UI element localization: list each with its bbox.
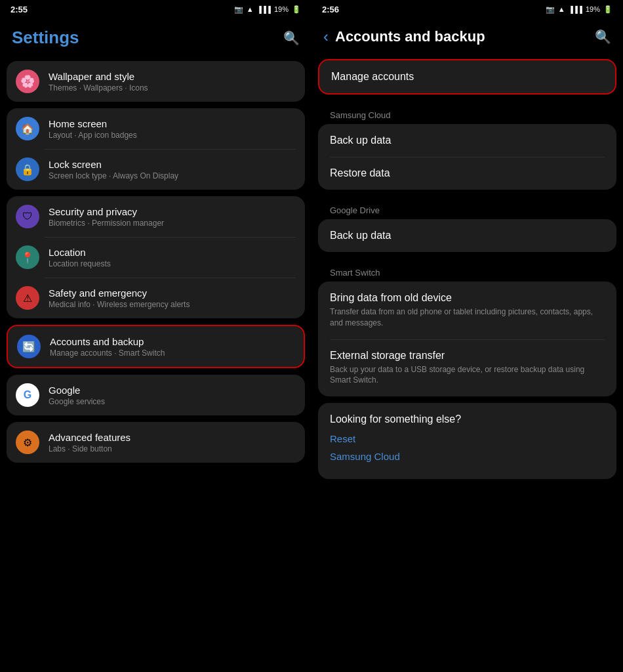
external-storage-title: External storage transfer — [330, 350, 605, 362]
card-homelock: 🏠 Home screen Layout · App icon badges 🔒… — [7, 108, 305, 190]
wallpaper-icon: 🌸 — [16, 70, 39, 93]
signal-icon: ▐▐▐ — [257, 6, 271, 13]
card-looking: Looking for something else? Reset Samsun… — [318, 403, 616, 479]
bring-data-title: Bring data from old device — [330, 292, 605, 304]
item-manage-accounts[interactable]: Manage accounts — [319, 60, 615, 93]
security-subtitle: Biometrics · Permission manager — [49, 219, 296, 228]
samsung-cloud-label: Samsung Cloud — [318, 101, 616, 124]
right-phone-panel: 2:56 📷 ▲ ▐▐▐ 19% 🔋 ‹ Accounts and backup… — [312, 0, 623, 672]
card-smart-switch: Bring data from old device Transfer data… — [318, 282, 616, 396]
homescreen-subtitle: Layout · App icon badges — [49, 131, 296, 140]
right-status-icons: 📷 ▲ ▐▐▐ 19% 🔋 — [546, 5, 613, 14]
left-time: 2:55 — [10, 5, 28, 14]
accounts-title: Accounts and backup — [50, 336, 294, 347]
right-signal-icon: ▐▐▐ — [569, 6, 582, 13]
accounts-icon: 🔄 — [17, 335, 41, 358]
advanced-title: Advanced features — [49, 432, 296, 443]
safety-icon: ⚠ — [16, 286, 39, 310]
card-security-group: 🛡 Security and privacy Biometrics · Perm… — [7, 196, 305, 318]
lockscreen-icon: 🔒 — [16, 158, 39, 181]
google-drive-label: Google Drive — [318, 196, 616, 219]
card-accounts[interactable]: 🔄 Accounts and backup Manage accounts · … — [7, 325, 305, 368]
item-advanced[interactable]: ⚙ Advanced features Labs · Side button — [7, 422, 305, 463]
card-themes: 🌸 Wallpaper and style Themes · Wallpaper… — [7, 61, 305, 102]
card-google: G Google Google services — [7, 375, 305, 415]
link-samsung-cloud[interactable]: Samsung Cloud — [330, 451, 605, 462]
section-samsung-cloud: Samsung Cloud Back up data Restore data — [318, 101, 616, 190]
right-header: ‹ Accounts and backup 🔍 — [312, 18, 623, 55]
right-battery-icon: 🔋 — [603, 5, 613, 14]
item-accounts[interactable]: 🔄 Accounts and backup Manage accounts · … — [8, 326, 304, 367]
security-icon: 🛡 — [16, 205, 39, 228]
right-battery-text: 19% — [586, 5, 600, 13]
battery-icon: 🔋 — [292, 5, 301, 14]
item-bring-data[interactable]: Bring data from old device Transfer data… — [318, 282, 616, 339]
left-search-icon[interactable]: 🔍 — [283, 30, 300, 46]
wallpaper-title: Wallpaper and style — [49, 71, 296, 82]
right-page-title: Accounts and backup — [335, 28, 588, 45]
item-backup-data-samsung[interactable]: Back up data — [318, 124, 616, 157]
item-external-storage[interactable]: External storage transfer Back up your d… — [318, 339, 616, 397]
location-icon: 📍 — [16, 245, 39, 269]
section-smart-switch: Smart Switch Bring data from old device … — [318, 259, 616, 396]
item-security[interactable]: 🛡 Security and privacy Biometrics · Perm… — [7, 196, 305, 237]
external-storage-subtitle: Back up your data to a USB storage devic… — [330, 364, 605, 387]
battery-text: 19% — [274, 5, 289, 13]
link-reset[interactable]: Reset — [330, 433, 605, 444]
right-wifi-icon: ▲ — [558, 5, 565, 13]
google-subtitle: Google services — [49, 397, 296, 406]
advanced-subtitle: Labs · Side button — [49, 444, 296, 453]
backup-data-google-title: Back up data — [330, 230, 605, 242]
accounts-subtitle: Manage accounts · Smart Switch — [50, 348, 294, 358]
left-header: Settings 🔍 — [0, 18, 312, 57]
advanced-icon: ⚙ — [16, 430, 39, 454]
restore-data-title: Restore data — [330, 167, 605, 179]
back-button[interactable]: ‹ — [323, 28, 329, 46]
item-safety[interactable]: ⚠ Safety and emergency Medical info · Wi… — [7, 278, 305, 318]
settings-title: Settings — [12, 28, 79, 48]
homescreen-title: Home screen — [49, 118, 296, 129]
camera-icon: 📷 — [234, 5, 243, 14]
wallpaper-subtitle: Themes · Wallpapers · Icons — [49, 83, 296, 93]
item-backup-data-google[interactable]: Back up data — [318, 219, 616, 252]
wifi-icon: ▲ — [247, 5, 254, 13]
card-advanced: ⚙ Advanced features Labs · Side button — [7, 422, 305, 463]
safety-title: Safety and emergency — [49, 287, 296, 299]
card-manage-accounts[interactable]: Manage accounts — [318, 59, 616, 94]
looking-title: Looking for something else? — [330, 413, 605, 425]
manage-accounts-title: Manage accounts — [331, 71, 603, 83]
lockscreen-subtitle: Screen lock type · Always On Display — [49, 171, 296, 180]
card-samsung-cloud: Back up data Restore data — [318, 124, 616, 190]
google-title: Google — [49, 385, 296, 396]
smart-switch-label: Smart Switch — [318, 259, 616, 282]
right-settings-list: Manage accounts Samsung Cloud Back up da… — [312, 55, 623, 672]
right-time: 2:56 — [322, 5, 339, 14]
left-status-bar: 2:55 📷 ▲ ▐▐▐ 19% 🔋 — [0, 0, 312, 18]
right-search-icon[interactable]: 🔍 — [595, 29, 611, 45]
section-google-drive: Google Drive Back up data — [318, 196, 616, 252]
right-status-bar: 2:56 📷 ▲ ▐▐▐ 19% 🔋 — [312, 0, 623, 18]
item-homescreen[interactable]: 🏠 Home screen Layout · App icon badges — [7, 108, 305, 149]
left-settings-list: 🌸 Wallpaper and style Themes · Wallpaper… — [0, 57, 312, 672]
left-status-icons: 📷 ▲ ▐▐▐ 19% 🔋 — [234, 5, 301, 14]
location-title: Location — [49, 247, 296, 258]
homescreen-icon: 🏠 — [16, 117, 39, 140]
bring-data-subtitle: Transfer data from an old phone or table… — [330, 306, 605, 329]
item-wallpaper[interactable]: 🌸 Wallpaper and style Themes · Wallpaper… — [7, 61, 305, 102]
item-location[interactable]: 📍 Location Location requests — [7, 237, 305, 278]
item-restore-data[interactable]: Restore data — [318, 157, 616, 190]
lockscreen-title: Lock screen — [49, 159, 296, 170]
item-google[interactable]: G Google Google services — [7, 375, 305, 415]
right-camera-icon: 📷 — [546, 5, 555, 14]
item-lockscreen[interactable]: 🔒 Lock screen Screen lock type · Always … — [7, 149, 305, 190]
left-phone-panel: 2:55 📷 ▲ ▐▐▐ 19% 🔋 Settings 🔍 🌸 Wallpape… — [0, 0, 312, 672]
card-google-drive: Back up data — [318, 219, 616, 252]
location-subtitle: Location requests — [49, 259, 296, 268]
safety-subtitle: Medical info · Wireless emergency alerts — [49, 300, 296, 309]
backup-data-samsung-title: Back up data — [330, 135, 605, 146]
google-icon: G — [16, 383, 39, 407]
security-title: Security and privacy — [49, 206, 296, 217]
